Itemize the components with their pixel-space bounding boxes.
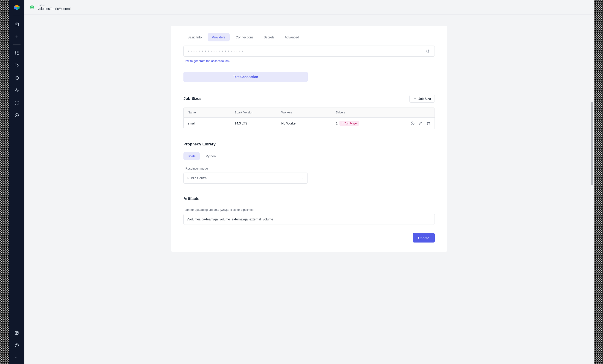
trash-icon[interactable] xyxy=(426,121,430,125)
nav-item-tag[interactable] xyxy=(12,61,22,70)
tab-providers[interactable]: Providers xyxy=(208,33,230,41)
artifacts-path-input[interactable] xyxy=(184,214,435,225)
tab-advanced[interactable]: Advanced xyxy=(280,33,303,41)
svg-rect-12 xyxy=(16,332,17,333)
breadcrumb: Fabric volumesFabricExternal xyxy=(38,4,70,11)
nav-item-projects[interactable] xyxy=(12,20,22,29)
tab-python[interactable]: Python xyxy=(202,152,220,160)
col-workers: Workers xyxy=(281,111,336,114)
cell-workers: No Worker xyxy=(281,122,336,125)
prophecy-library-title: Prophecy Library xyxy=(184,142,435,147)
nav-item-more[interactable] xyxy=(12,353,22,363)
job-sizes-table: Name Spark Version Workers Drivers small… xyxy=(184,107,435,129)
settings-tabs: Basic Info Providers Connections Secrets… xyxy=(184,33,435,41)
page-title: volumesFabricExternal xyxy=(38,7,70,11)
col-spark-version: Spark Version xyxy=(234,111,281,114)
eye-icon[interactable] xyxy=(425,47,432,55)
driver-count: 1 xyxy=(336,122,338,125)
chevron-down-icon xyxy=(301,177,304,180)
svg-point-7 xyxy=(15,54,16,55)
svg-point-5 xyxy=(15,52,16,52)
resolution-mode-select[interactable]: Public Central xyxy=(184,172,308,184)
resolution-mode-label: * Resolution mode xyxy=(184,167,435,170)
nav-item-help[interactable] xyxy=(12,341,22,350)
test-connection-button[interactable]: Test Connection xyxy=(184,72,308,82)
sidebar xyxy=(9,0,24,364)
add-job-size-button[interactable]: Job Size xyxy=(409,95,435,102)
resolution-mode-value: Public Central xyxy=(187,176,207,180)
cell-name: small xyxy=(188,122,234,125)
tab-scala[interactable]: Scala xyxy=(184,152,200,160)
access-token-input[interactable] xyxy=(184,46,435,57)
add-job-size-label: Job Size xyxy=(418,97,431,101)
nav-item-pipelines[interactable] xyxy=(12,48,22,58)
svg-point-16 xyxy=(15,358,16,358)
tab-connections[interactable]: Connections xyxy=(232,33,258,41)
svg-point-20 xyxy=(428,51,429,52)
table-row: small 14.3 LTS No Worker 1 m7gd.large xyxy=(184,118,435,129)
tab-basic-info[interactable]: Basic Info xyxy=(184,33,206,41)
nav-item-create[interactable] xyxy=(12,32,22,42)
update-button[interactable]: Update xyxy=(413,233,435,242)
tab-secrets[interactable]: Secrets xyxy=(259,33,278,41)
svg-point-18 xyxy=(18,358,18,358)
access-token-help-link[interactable]: How to generate the access token? xyxy=(184,59,230,63)
breadcrumb-type: Fabric xyxy=(38,4,70,7)
cell-spark-version: 14.3 LTS xyxy=(234,122,281,125)
col-drivers: Drivers xyxy=(336,111,398,114)
access-token-field xyxy=(184,46,435,57)
nav-item-activity[interactable] xyxy=(12,86,22,95)
plus-icon xyxy=(413,97,417,100)
nav-item-download[interactable] xyxy=(12,110,22,120)
svg-rect-11 xyxy=(15,331,18,334)
artifacts-title: Artifacts xyxy=(184,196,435,201)
cell-drivers: 1 m7gd.large xyxy=(336,121,398,126)
library-language-tabs: Scala Python xyxy=(184,152,435,160)
nav-item-apps[interactable] xyxy=(12,328,22,338)
svg-rect-13 xyxy=(17,332,18,333)
svg-rect-14 xyxy=(16,333,17,334)
settings-card: Basic Info Providers Connections Secrets… xyxy=(171,26,447,252)
svg-point-17 xyxy=(17,358,17,358)
driver-type-tag: m7gd.large xyxy=(339,121,359,126)
svg-point-8 xyxy=(17,54,18,55)
nav-item-scan[interactable] xyxy=(12,98,22,108)
nav-item-history[interactable] xyxy=(12,73,22,83)
svg-point-6 xyxy=(17,52,18,52)
edit-icon[interactable] xyxy=(418,121,423,125)
col-name: Name xyxy=(188,111,234,114)
info-icon[interactable] xyxy=(411,121,415,125)
svg-point-4 xyxy=(16,24,17,25)
globe-icon xyxy=(29,5,35,10)
table-header-row: Name Spark Version Workers Drivers xyxy=(184,107,435,118)
job-sizes-title: Job Sizes xyxy=(184,96,201,101)
scrollbar-thumb[interactable] xyxy=(591,102,593,185)
app-logo-icon[interactable] xyxy=(13,4,20,11)
page-header: Fabric volumesFabricExternal xyxy=(24,0,594,15)
content-area: Basic Info Providers Connections Secrets… xyxy=(24,15,594,364)
artifacts-path-label: Path for uploading artifacts (whl/jar fi… xyxy=(184,208,435,211)
